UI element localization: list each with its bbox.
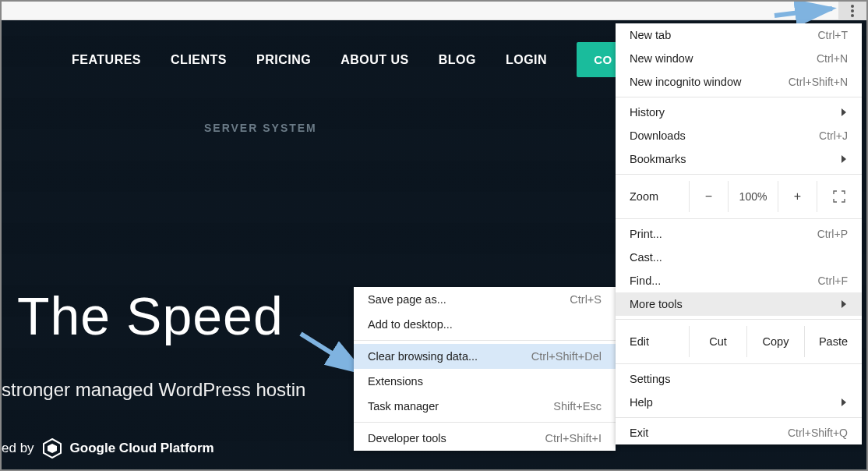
- menu-edit-row: Edit Cut Copy Paste: [616, 323, 862, 360]
- kebab-icon: [851, 5, 854, 17]
- nav-about[interactable]: ABOUT US: [340, 53, 409, 67]
- nav-blog[interactable]: BLOG: [439, 53, 476, 67]
- submenu-task-manager[interactable]: Task managerShift+Esc: [354, 394, 616, 419]
- menu-separator: [616, 97, 862, 97]
- nav-clients[interactable]: CLIENTS: [171, 53, 227, 67]
- submenu-separator: [354, 422, 616, 423]
- edit-paste[interactable]: Paste: [804, 326, 862, 357]
- powered-by-row: ed by Google Cloud Platform: [2, 438, 214, 459]
- gcp-text: Google Cloud Platform: [70, 441, 214, 456]
- edit-cut[interactable]: Cut: [689, 326, 746, 357]
- menu-separator: [616, 319, 862, 320]
- submenu-developer-tools[interactable]: Developer toolsCtrl+Shift+I: [354, 426, 616, 451]
- fullscreen-button[interactable]: [817, 181, 860, 212]
- menu-cast[interactable]: Cast...: [616, 246, 862, 269]
- menu-more-tools[interactable]: More tools: [616, 292, 862, 316]
- menu-separator: [616, 174, 862, 175]
- more-tools-submenu: Save page as...Ctrl+S Add to desktop... …: [354, 287, 616, 451]
- svg-point-0: [851, 5, 854, 8]
- svg-point-1: [851, 9, 854, 12]
- menu-downloads[interactable]: DownloadsCtrl+J: [616, 124, 862, 147]
- chevron-right-icon: [840, 155, 848, 163]
- menu-exit[interactable]: ExitCtrl+Shift+Q: [616, 421, 862, 444]
- nav-pricing[interactable]: PRICING: [256, 53, 311, 67]
- menu-separator: [616, 417, 862, 418]
- chevron-right-icon: [840, 300, 848, 308]
- zoom-label: Zoom: [630, 190, 689, 203]
- menu-history[interactable]: History: [616, 101, 862, 124]
- chevron-right-icon: [840, 108, 848, 116]
- menu-find[interactable]: Find...Ctrl+F: [616, 269, 862, 292]
- zoom-value: 100%: [728, 181, 778, 212]
- menu-settings[interactable]: Settings: [616, 367, 862, 391]
- submenu-add-desktop[interactable]: Add to desktop...: [354, 312, 616, 337]
- menu-separator: [616, 218, 862, 219]
- hero-title: The Speed: [17, 285, 284, 346]
- menu-new-tab[interactable]: New tabCtrl+T: [616, 23, 862, 47]
- menu-help[interactable]: Help: [616, 391, 862, 414]
- submenu-extensions[interactable]: Extensions: [354, 369, 616, 394]
- menu-incognito[interactable]: New incognito windowCtrl+Shift+N: [616, 70, 862, 94]
- menu-print[interactable]: Print...Ctrl+P: [616, 222, 862, 246]
- edit-label: Edit: [630, 335, 689, 348]
- menu-zoom-row: Zoom − 100% +: [616, 178, 862, 215]
- server-system-label: SERVER SYSTEM: [204, 122, 317, 134]
- nav-features[interactable]: FEATURES: [72, 53, 141, 67]
- chrome-menu-button[interactable]: [838, 2, 866, 20]
- submenu-clear-browsing-data[interactable]: Clear browsing data...Ctrl+Shift+Del: [354, 344, 616, 369]
- browser-toolbar: [2, 2, 866, 20]
- submenu-separator: [354, 340, 616, 341]
- svg-point-2: [851, 14, 854, 17]
- zoom-out-button[interactable]: −: [689, 181, 728, 212]
- menu-new-window[interactable]: New windowCtrl+N: [616, 47, 862, 70]
- chrome-main-menu: New tabCtrl+T New windowCtrl+N New incog…: [616, 23, 862, 444]
- zoom-in-button[interactable]: +: [778, 181, 817, 212]
- gcp-hex-icon: [42, 438, 62, 459]
- hero-subtitle: stronger managed WordPress hostin: [2, 379, 305, 401]
- fullscreen-icon: [833, 190, 845, 203]
- svg-marker-4: [48, 444, 57, 453]
- powered-by-label: ed by: [2, 441, 34, 456]
- chevron-right-icon: [840, 398, 848, 406]
- menu-bookmarks[interactable]: Bookmarks: [616, 147, 862, 171]
- menu-separator: [616, 363, 862, 364]
- nav-login[interactable]: LOGIN: [506, 53, 547, 67]
- edit-copy[interactable]: Copy: [746, 326, 804, 357]
- submenu-save-page[interactable]: Save page as...Ctrl+S: [354, 287, 616, 312]
